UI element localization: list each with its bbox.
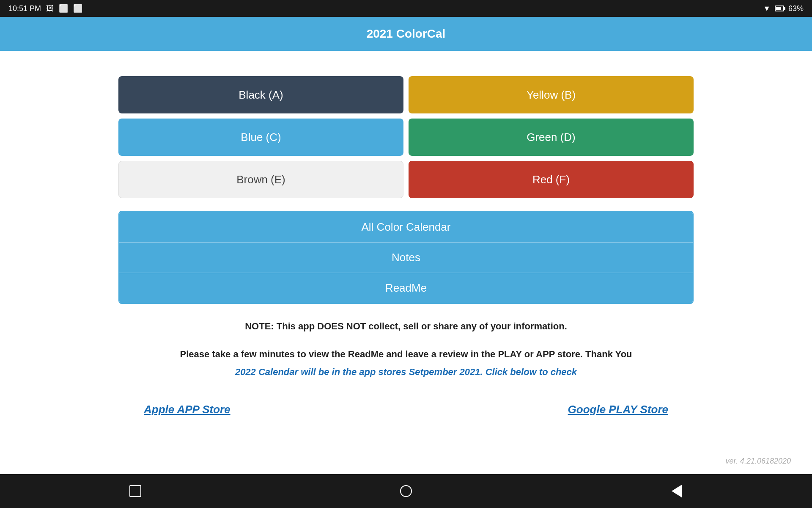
note-section: NOTE: This app DOES NOT collect, sell or… [118, 321, 694, 390]
wifi-icon: ▼ [763, 4, 771, 13]
color-grid: Black (A) Yellow (B) Blue (C) Green (D) … [118, 76, 694, 198]
readme-button[interactable]: ReadMe [119, 273, 693, 303]
store-links: Apple APP Store Google PLAY Store [118, 403, 694, 416]
nav-bar [0, 474, 812, 508]
apple-store-link[interactable]: Apple APP Store [144, 403, 230, 416]
battery-percent: 63% [788, 4, 804, 13]
red-button[interactable]: Red (F) [409, 161, 694, 198]
nav-back-button[interactable] [125, 480, 146, 502]
blue-button[interactable]: Blue (C) [118, 119, 403, 156]
review-text: Please take a few minutes to view the Re… [118, 349, 694, 360]
app-header: 2021 ColorCal [0, 17, 812, 51]
version-text: ver. 4.21.06182020 [726, 457, 791, 466]
status-bar: 10:51 PM 🖼 ⬜ ⬜ ▼ 63% [0, 0, 812, 17]
black-button[interactable]: Black (A) [118, 76, 403, 113]
circle-icon [400, 485, 412, 497]
brown-button[interactable]: Brown (E) [118, 161, 403, 198]
google-play-link[interactable]: Google PLAY Store [568, 403, 668, 416]
nav-recents-button[interactable] [666, 480, 687, 502]
ring-icon-1: ⬜ [59, 4, 68, 13]
square-icon [129, 485, 141, 497]
all-color-calendar-button[interactable]: All Color Calendar [119, 212, 693, 242]
green-button[interactable]: Green (D) [409, 119, 694, 156]
battery-icon [775, 6, 784, 11]
triangle-icon [672, 485, 682, 497]
nav-home-button[interactable] [395, 480, 417, 502]
app-title: 2021 ColorCal [367, 27, 446, 41]
note-text: NOTE: This app DOES NOT collect, sell or… [118, 321, 694, 332]
ring-icon-2: ⬜ [73, 4, 82, 13]
status-bar-left: 10:51 PM 🖼 ⬜ ⬜ [8, 4, 82, 13]
notes-button[interactable]: Notes [119, 242, 693, 273]
menu-container: All Color Calendar Notes ReadMe [118, 211, 694, 304]
time-display: 10:51 PM [8, 4, 41, 13]
yellow-button[interactable]: Yellow (B) [409, 76, 694, 113]
status-bar-right: ▼ 63% [763, 4, 804, 13]
photo-icon: 🖼 [46, 4, 54, 13]
version-bar: ver. 4.21.06182020 [13, 457, 799, 466]
main-content: Black (A) Yellow (B) Blue (C) Green (D) … [0, 51, 812, 474]
calendar-link-text: 2022 Calendar will be in the app stores … [118, 367, 694, 378]
